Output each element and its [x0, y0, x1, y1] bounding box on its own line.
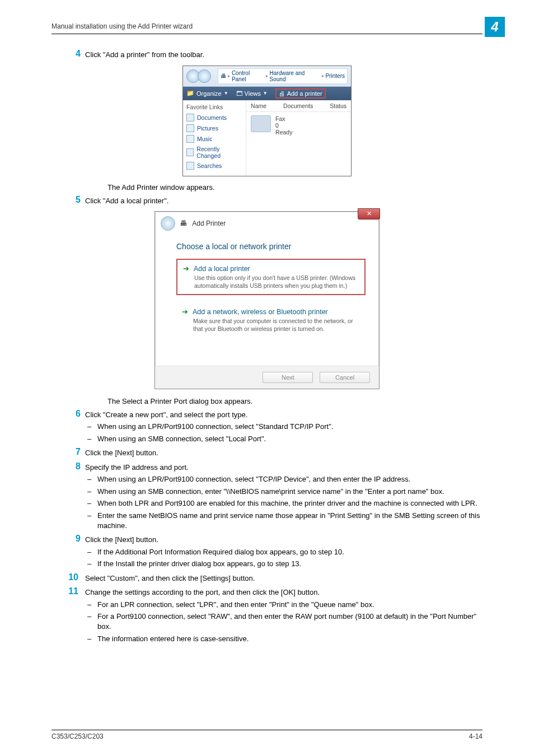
page-footer: C353/C253/C203 4-14 — [51, 730, 483, 740]
pictures-icon — [186, 124, 194, 132]
folder-icon: 🖶 — [221, 73, 226, 79]
step-body: Click the [Next] button. — [85, 535, 483, 545]
breadcrumb[interactable]: 🖶 ▸ Control Panel ▸ Hardware and Sound ▸… — [218, 68, 348, 84]
chapter-badge: 4 — [485, 17, 505, 37]
sub-item: When using an LPR/Port9100 connection, s… — [85, 474, 483, 484]
favorite-links-header: Favorite Links — [186, 104, 242, 110]
printer-list-pane: Name Documents Status Fax 0 Ready — [246, 100, 351, 176]
arrow-icon: ➔ — [183, 264, 189, 273]
dialog-title: Add Printer — [192, 220, 226, 227]
option-add-local-printer[interactable]: ➔ Add a local printer Use this option on… — [176, 259, 366, 295]
cancel-button[interactable]: Cancel — [320, 372, 370, 383]
add-printer-label: Add a printer — [287, 90, 322, 97]
step-5: 5 Click "Add a local printer". — [85, 196, 483, 206]
step-body: Click the [Next] button. — [85, 448, 483, 458]
toolbar-organize[interactable]: 📁 Organize ▼ — [186, 90, 228, 97]
explorer-address-bar: 🖶 ▸ Control Panel ▸ Hardware and Sound ▸… — [183, 66, 351, 87]
toolbar-views[interactable]: 🗔 Views ▼ — [236, 90, 268, 97]
step-body: Change the settings according to the por… — [85, 587, 483, 598]
organize-label: Organize — [196, 90, 222, 97]
header-rule — [51, 34, 483, 34]
arrow-icon: ➔ — [182, 307, 188, 316]
back-icon[interactable] — [161, 216, 175, 231]
sub-item: For a Port9100 connection, select "RAW",… — [85, 612, 483, 631]
views-icon: 🗔 — [236, 90, 242, 97]
crumb-hardware-and-sound[interactable]: Hardware and Sound — [270, 70, 320, 82]
step-number: 4 — [63, 49, 81, 59]
step-7: 7 Click the [Next] button. — [85, 448, 483, 458]
printer-icon: 🖶 — [180, 219, 187, 227]
step-number: 10 — [60, 572, 78, 582]
col-documents[interactable]: Documents — [283, 102, 313, 109]
step-body: Specify the IP address and port. — [85, 463, 483, 473]
favorite-links-pane: Favorite Links Documents Pictures Music … — [183, 100, 246, 176]
printer-icon — [251, 115, 271, 132]
link-label: Searches — [197, 162, 222, 169]
col-name[interactable]: Name — [251, 102, 266, 109]
documents-icon — [186, 114, 194, 122]
printer-status: Ready — [275, 129, 292, 136]
step-body: Click "Create a new port", and select th… — [85, 410, 483, 420]
step-body: Click "Add a printer" from the toolbar. — [85, 50, 483, 60]
crumb-printers[interactable]: Printers — [326, 73, 345, 79]
screenshot-add-printer-wizard: 🖶 Add Printer ✕ Choose a local or networ… — [154, 211, 380, 389]
option-description: Make sure that your computer is connecte… — [193, 318, 360, 333]
favorite-link-documents[interactable]: Documents — [186, 114, 242, 122]
step-6: 6 Click "Create a new port", and select … — [85, 410, 483, 444]
nav-forward-icon[interactable] — [198, 69, 211, 83]
step-number: 6 — [63, 409, 81, 419]
searches-icon — [186, 162, 194, 170]
favorite-link-pictures[interactable]: Pictures — [186, 124, 242, 132]
add-printer-icon: 🖨 — [279, 90, 285, 97]
step-number: 8 — [63, 461, 81, 472]
step-4: 4 Click "Add a printer" from the toolbar… — [85, 50, 483, 60]
step-body: Click "Add a local printer". — [85, 196, 483, 206]
option-add-network-printer[interactable]: ➔ Add a network, wireless or Bluetooth p… — [176, 303, 366, 337]
step-10: 10 Select "Custom", and then click the [… — [85, 573, 483, 584]
link-label: Pictures — [197, 125, 218, 132]
step-9: 9 Click the [Next] button. If the Additi… — [85, 535, 483, 569]
option-title: Add a network, wireless or Bluetooth pri… — [193, 308, 328, 316]
sub-item: Enter the same NetBIOS name and print se… — [85, 511, 483, 530]
music-icon — [186, 135, 194, 143]
step-8: 8 Specify the IP address and port. When … — [85, 463, 483, 530]
step-11: 11 Change the settings according to the … — [85, 587, 483, 643]
col-status[interactable]: Status — [330, 102, 346, 109]
step-number: 11 — [60, 586, 78, 596]
step-body: Select "Custom", and then click the [Set… — [85, 573, 483, 584]
sub-item: When using an SMB connection, enter "\\N… — [85, 487, 483, 497]
column-headers[interactable]: Name Documents Status — [246, 100, 351, 112]
section-header: Manual installation using the Add Printe… — [51, 22, 483, 31]
sub-item: When using an SMB connection, select "Lo… — [85, 434, 483, 444]
link-label: Music — [197, 136, 212, 142]
printer-name: Fax — [275, 115, 292, 122]
screenshot-printers-folder: 🖶 ▸ Control Panel ▸ Hardware and Sound ▸… — [182, 66, 352, 176]
section-title: Manual installation using the Add Printe… — [51, 22, 193, 30]
sub-item: The information entered here is case-sen… — [85, 634, 483, 644]
link-label: Documents — [197, 114, 227, 121]
toolbar-add-a-printer[interactable]: 🖨 Add a printer — [275, 88, 326, 99]
footer-model: C353/C253/C203 — [51, 732, 104, 740]
dialog-button-row: Next Cancel — [155, 366, 379, 389]
step-number: 7 — [63, 447, 81, 457]
link-label: Recently Changed — [196, 146, 242, 159]
post-step-4-text: The Add Printer window appears. — [107, 183, 483, 192]
organize-icon: 📁 — [186, 90, 194, 97]
favorite-link-music[interactable]: Music — [186, 135, 242, 143]
option-description: Use this option only if you don't have a… — [194, 274, 359, 290]
sub-item: When using an LPR/Port9100 connection, s… — [85, 422, 483, 432]
favorite-link-recently-changed[interactable]: Recently Changed — [186, 146, 242, 159]
printer-row-fax[interactable]: Fax 0 Ready — [246, 112, 351, 139]
recent-icon — [186, 148, 194, 156]
dialog-titlebar: 🖶 Add Printer ✕ — [155, 212, 379, 233]
sub-item: For an LPR connection, select "LPR", and… — [85, 600, 483, 610]
crumb-control-panel[interactable]: Control Panel — [232, 70, 264, 82]
sub-item: If the Install the printer driver dialog… — [85, 559, 483, 569]
next-button[interactable]: Next — [263, 372, 313, 383]
close-button[interactable]: ✕ — [358, 208, 380, 220]
favorite-link-searches[interactable]: Searches — [186, 162, 242, 170]
step-number: 9 — [63, 534, 81, 544]
sub-item: When both LPR and Port9100 are enabled f… — [85, 498, 483, 508]
post-step-5-text: The Select a Printer Port dialog box app… — [107, 397, 483, 405]
explorer-toolbar: 📁 Organize ▼ 🗔 Views ▼ 🖨 Add a printer — [183, 87, 351, 100]
